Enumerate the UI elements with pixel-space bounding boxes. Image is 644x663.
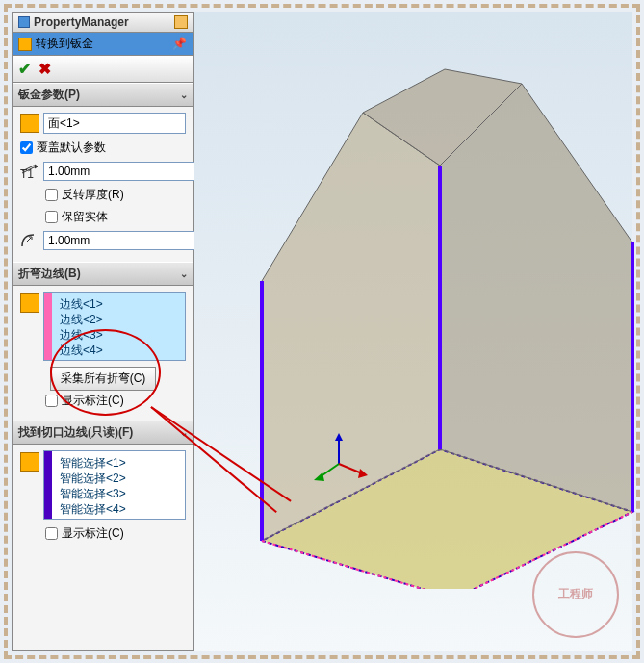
fixed-face-field[interactable]: 面<1> [43,113,186,134]
feature-title-bar: 转换到钣金 📌 [13,33,193,56]
pm-header-tool-icon[interactable] [174,15,188,29]
chevron-down-icon: ⌄ [180,268,188,279]
reverse-thickness-checkbox[interactable] [45,189,58,201]
thickness-input[interactable] [43,162,197,181]
rips-callout-checkbox[interactable] [45,527,58,540]
override-defaults-label: 覆盖默认参数 [37,140,106,156]
bend-radius-input[interactable] [43,231,197,250]
pm-title: PropertyManager [34,15,170,29]
section-body-params: 面<1> 覆盖默认参数 T1 ▲▼ 反转厚度(R) 保留实体 [13,107,193,262]
fixed-face-icon [20,114,39,133]
rip-edges-icon [20,452,39,472]
list-item: 智能选择<1> [58,455,183,471]
section-title-rips: 找到切口边线(只读)(F) [18,424,133,441]
keep-body-label: 保留实体 [62,209,108,225]
property-manager-panel: PropertyManager 转换到钣金 📌 ✔ ✖ 钣金参数(P) ⌄ 面<… [12,12,194,651]
list-item: 智能选择<2> [58,471,183,486]
bend-radius-icon [20,232,39,249]
list-item: 智能选择<3> [58,486,183,501]
override-defaults-checkbox[interactable] [20,141,33,154]
section-body-bends: 边线<1> 边线<2> 边线<3> 边线<4> 采集所有折弯(C) 显示标注(C… [13,286,193,421]
graphics-viewport[interactable]: 工程师 [194,12,632,651]
confirm-bar: ✔ ✖ [13,56,193,83]
section-head-bends[interactable]: 折弯边线(B) ⌄ [13,262,193,286]
rips-callout-label: 显示标注(C) [62,525,124,542]
convert-sheetmetal-icon [18,38,32,51]
list-item[interactable]: 边线<4> [58,343,183,358]
chevron-down-icon: ⌄ [180,427,188,438]
list-item: 智能选择<4> [58,501,183,517]
chevron-down-icon: ⌄ [180,89,188,100]
section-body-rips: 智能选择<1> 智能选择<2> 智能选择<3> 智能选择<4> 显示标注(C) [13,445,193,553]
ok-button[interactable]: ✔ [18,60,31,78]
pin-icon[interactable]: 📌 [172,37,188,52]
pm-logo-icon [18,16,30,28]
reverse-thickness-label: 反转厚度(R) [62,187,124,203]
svg-text:T1: T1 [20,167,34,179]
thickness-icon: T1 [20,163,39,180]
list-item[interactable]: 边线<2> [58,312,183,327]
list-item[interactable]: 边线<3> [58,327,183,343]
section-head-params[interactable]: 钣金参数(P) ⌄ [13,83,193,107]
pm-header: PropertyManager [13,13,193,33]
rip-edges-listbox: 智能选择<1> 智能选择<2> 智能选择<3> 智能选择<4> [43,450,186,520]
collect-bends-button[interactable]: 采集所有折弯(C) [50,367,157,391]
feature-title: 转换到钣金 [36,36,168,52]
bends-callout-checkbox[interactable] [45,395,58,407]
cancel-button[interactable]: ✖ [39,60,51,78]
bends-callout-label: 显示标注(C) [62,393,124,409]
section-title-bends: 折弯边线(B) [18,266,81,282]
section-title-params: 钣金参数(P) [18,87,80,103]
model-preview [233,50,637,589]
bend-edges-listbox[interactable]: 边线<1> 边线<2> 边线<3> 边线<4> [43,292,186,361]
section-head-rips[interactable]: 找到切口边线(只读)(F) ⌄ [13,421,193,445]
bend-edges-icon [20,293,39,313]
keep-body-checkbox[interactable] [45,211,58,223]
fixed-face-value: 面<1> [48,115,80,132]
list-item[interactable]: 边线<1> [58,296,183,312]
svg-marker-3 [440,84,632,512]
